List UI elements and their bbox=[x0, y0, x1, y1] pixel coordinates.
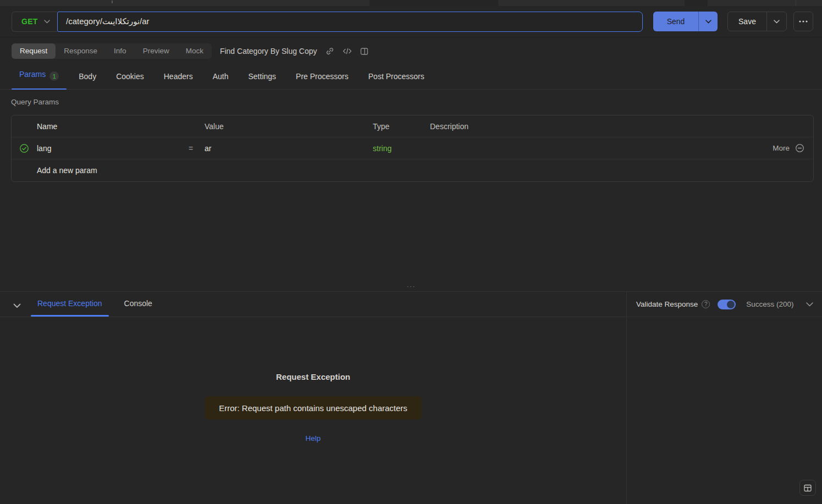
send-options-button[interactable] bbox=[698, 12, 718, 31]
link-icon[interactable] bbox=[326, 47, 334, 56]
layout-toggle-button[interactable] bbox=[799, 480, 816, 496]
chevron-down-icon bbox=[44, 20, 50, 24]
tab-headers[interactable]: Headers bbox=[156, 72, 201, 89]
request-section-tabs: Params1 Body Cookies Headers Auth Settin… bbox=[0, 66, 822, 90]
exception-panel: Request Exception Console Request Except… bbox=[0, 292, 627, 504]
column-header-name: Name bbox=[37, 122, 183, 131]
request-toolbar: GET Send Save bbox=[0, 6, 822, 37]
send-button[interactable]: Send bbox=[653, 12, 698, 31]
column-header-type: Type bbox=[362, 122, 419, 131]
save-button[interactable]: Save bbox=[728, 12, 766, 31]
method-dropdown[interactable]: GET bbox=[12, 12, 57, 32]
remove-row-icon[interactable] bbox=[795, 143, 804, 153]
tab-console[interactable]: Console bbox=[118, 291, 159, 317]
chevron-down-icon bbox=[774, 20, 780, 24]
query-params-section-label: Query Params bbox=[11, 98, 822, 106]
window-tab-gap bbox=[685, 0, 708, 6]
param-description-cell[interactable]: More bbox=[419, 143, 813, 153]
tab-request-exception[interactable]: Request Exception bbox=[31, 291, 109, 317]
layout-icon bbox=[803, 484, 812, 492]
save-options-button[interactable] bbox=[766, 12, 786, 31]
tab-preview[interactable]: Preview bbox=[135, 43, 178, 59]
validate-response-header: Validate Response ? Success (200) bbox=[627, 292, 822, 317]
send-button-group: Send bbox=[653, 12, 718, 31]
tab-params[interactable]: Params1 bbox=[12, 70, 67, 90]
param-type-cell[interactable]: string bbox=[362, 144, 419, 153]
toggle-knob bbox=[727, 301, 735, 308]
row-more-button[interactable]: More bbox=[773, 144, 790, 152]
view-switcher: Request Response Info Preview Mock bbox=[12, 43, 212, 59]
tab-divider bbox=[796, 0, 796, 6]
help-circle-icon[interactable]: ? bbox=[702, 300, 710, 308]
code-icon[interactable] bbox=[343, 47, 352, 55]
tab-params-label: Params bbox=[19, 70, 46, 79]
params-count-badge: 1 bbox=[49, 71, 59, 81]
exception-panel-header: Request Exception Console bbox=[0, 292, 626, 317]
check-circle-icon[interactable] bbox=[19, 143, 29, 153]
param-equals: = bbox=[183, 144, 198, 153]
tab-divider bbox=[112, 1, 113, 3]
exception-content: Request Exception Error: Request path co… bbox=[0, 317, 626, 504]
chevron-down-icon bbox=[705, 20, 711, 24]
add-param-row[interactable]: Add a new param bbox=[12, 159, 813, 181]
table-header-row: Name Value Type Description bbox=[12, 115, 813, 137]
ellipsis-icon bbox=[799, 20, 808, 23]
error-message-box: Error: Request path contains unescaped c… bbox=[205, 396, 422, 419]
tab-request[interactable]: Request bbox=[12, 43, 56, 59]
window-tab-strip[interactable] bbox=[0, 0, 822, 6]
tab-info[interactable]: Info bbox=[106, 43, 135, 59]
tab-auth[interactable]: Auth bbox=[205, 72, 236, 89]
save-button-group: Save bbox=[727, 12, 787, 31]
tab-pre-processors[interactable]: Pre Processors bbox=[288, 72, 356, 89]
help-link[interactable]: Help bbox=[306, 434, 321, 442]
tab-response[interactable]: Response bbox=[56, 43, 106, 59]
validate-response-panel: Validate Response ? Success (200) bbox=[627, 292, 822, 504]
request-title: Find Category By Slug Copy bbox=[220, 47, 317, 56]
exception-heading: Request Exception bbox=[276, 372, 350, 381]
active-window-tab[interactable] bbox=[369, 0, 498, 6]
title-actions bbox=[326, 47, 368, 56]
tab-post-processors[interactable]: Post Processors bbox=[361, 72, 432, 89]
column-header-value: Value bbox=[198, 122, 362, 131]
validate-response-label: Validate Response bbox=[636, 300, 698, 308]
tab-mock[interactable]: Mock bbox=[178, 43, 212, 59]
tab-cookies[interactable]: Cookies bbox=[108, 72, 152, 89]
url-input[interactable] bbox=[57, 12, 643, 32]
method-label: GET bbox=[21, 17, 38, 26]
tab-settings[interactable]: Settings bbox=[240, 72, 284, 89]
add-param-placeholder: Add a new param bbox=[37, 166, 183, 175]
panel-resize-handle[interactable]: ··· bbox=[405, 283, 417, 290]
chevron-down-icon[interactable] bbox=[806, 302, 813, 307]
tab-body[interactable]: Body bbox=[71, 72, 104, 89]
bottom-panel: Request Exception Console Request Except… bbox=[0, 291, 822, 504]
param-value-cell[interactable]: ar bbox=[198, 144, 362, 153]
column-header-description: Description bbox=[419, 122, 813, 131]
more-actions-button[interactable] bbox=[793, 12, 813, 31]
param-name-cell[interactable]: lang bbox=[37, 144, 183, 153]
collapse-panel-icon[interactable] bbox=[13, 303, 21, 308]
response-status-label: Success (200) bbox=[746, 300, 793, 308]
param-row-lang: lang = ar string More bbox=[12, 137, 813, 159]
query-params-table: Name Value Type Description lang = ar st… bbox=[11, 115, 814, 182]
split-view-icon[interactable] bbox=[360, 47, 368, 56]
request-nav: Request Response Info Preview Mock Find … bbox=[12, 43, 813, 59]
validate-response-toggle[interactable] bbox=[718, 300, 736, 309]
